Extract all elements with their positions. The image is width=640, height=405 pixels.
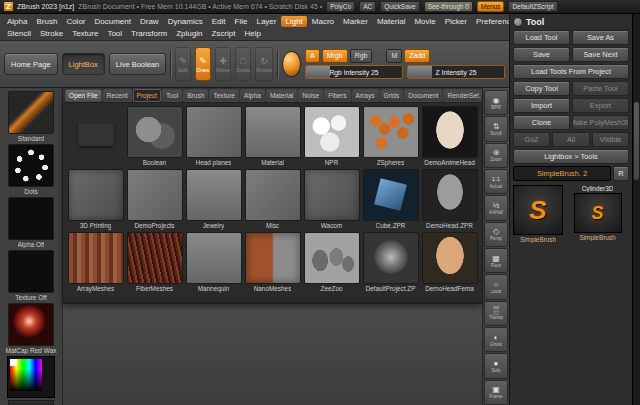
lb-tab-document[interactable]: Document <box>404 89 442 102</box>
scale-mode-button[interactable]: □ Scale <box>235 47 251 81</box>
project-thumbnail[interactable] <box>363 232 419 284</box>
clone-button[interactable]: Clone <box>513 115 570 130</box>
project-thumbnail[interactable] <box>304 232 360 284</box>
menu-stencil[interactable]: Stencil <box>3 28 35 39</box>
color-swatch-area[interactable] <box>7 356 55 398</box>
solo-button[interactable]: Solo <box>484 353 508 378</box>
menu-transform[interactable]: Transform <box>127 28 171 39</box>
rgb-toggle[interactable]: Rgb <box>350 49 373 63</box>
menu-light[interactable]: Light <box>281 16 306 27</box>
m-toggle[interactable]: M <box>386 49 402 63</box>
menu-file[interactable]: File <box>231 16 252 27</box>
lb-tab-tool[interactable]: Tool <box>162 89 182 102</box>
color-picker[interactable] <box>7 356 55 398</box>
z-intensity-slider[interactable]: Z Intensity 25 <box>407 65 505 79</box>
project-thumbnail[interactable] <box>363 106 419 158</box>
menu-marker[interactable]: Marker <box>339 16 372 27</box>
lightbox-item-defaultproject[interactable]: DefaultProject.ZP <box>362 232 419 293</box>
rgb-intensity-slider[interactable]: Rgb Intensity 25 <box>305 65 403 79</box>
lightbox-item-arraymeshes[interactable]: ArrayMeshes <box>67 232 124 293</box>
lightbox-item-misc[interactable]: Misc <box>244 169 301 230</box>
local-button[interactable]: Local <box>484 274 508 299</box>
lightbox-item-3d-printing[interactable]: 3D Printing <box>67 169 124 230</box>
lightbox-item-jewelry[interactable]: Jewelry <box>185 169 242 230</box>
lightbox-item-demoheadfemale[interactable]: DemoHeadFema <box>421 232 478 293</box>
project-thumbnail[interactable] <box>68 232 124 284</box>
restore-button[interactable]: R <box>613 166 629 181</box>
project-thumbnail[interactable] <box>245 232 301 284</box>
menu-tool[interactable]: Tool <box>103 28 126 39</box>
project-thumbnail[interactable] <box>127 169 183 221</box>
goz-visible-button[interactable]: Visible <box>592 132 629 147</box>
project-thumbnail[interactable] <box>127 232 183 284</box>
load-tool-button[interactable]: Load Tool <box>513 30 570 45</box>
lightbox-folder-up[interactable] <box>67 106 124 167</box>
lightbox-item-zeezoo[interactable]: ZeeZoo <box>303 232 360 293</box>
load-tools-from-project-button[interactable]: Load Tools From Project <box>513 64 629 79</box>
lightbox-item-nanomeshes[interactable]: NanoMeshes <box>244 232 301 293</box>
lb-tab-arrays[interactable]: Arrays <box>352 89 379 102</box>
perspective-button[interactable]: Persp <box>484 222 508 247</box>
transparency-button[interactable]: Transp <box>484 301 508 326</box>
menu-material[interactable]: Material <box>373 16 409 27</box>
save-button[interactable]: Save <box>513 47 570 62</box>
folder-icon[interactable] <box>68 106 124 158</box>
lb-tab-material[interactable]: Material <box>266 89 297 102</box>
lightbox-item-boolean[interactable]: Boolean <box>126 106 183 167</box>
mrgb-toggle[interactable]: Mrgb <box>322 49 348 63</box>
goz-all-button[interactable]: All <box>552 132 589 147</box>
menu-movie[interactable]: Movie <box>410 16 439 27</box>
lightbox-item-cube-zpr[interactable]: Cube.ZPR <box>362 169 419 230</box>
gradient-icon[interactable] <box>8 400 54 405</box>
tool-quickpick-slider[interactable]: SimpleBrush. 2 <box>513 166 611 181</box>
lightbox-item-demohead-zpr[interactable]: DemoHead.ZPR <box>421 169 478 230</box>
menu-macro[interactable]: Macro <box>308 16 338 27</box>
live-boolean-button[interactable]: Live Boolean <box>109 53 166 75</box>
project-thumbnail[interactable] <box>68 169 124 221</box>
paste-tool-button[interactable]: Paste Tool <box>572 81 629 96</box>
brush-standard-icon[interactable] <box>8 91 54 134</box>
zoom-button[interactable]: Zoom <box>484 143 508 168</box>
move-mode-button[interactable]: ✚ Move <box>215 47 231 81</box>
menu-alpha[interactable]: Alpha <box>3 16 31 27</box>
material-red-wax-icon[interactable] <box>8 303 54 346</box>
save-next-button[interactable]: Save Next <box>572 47 629 62</box>
edit-mode-button[interactable]: ✎ Edit <box>175 47 191 81</box>
quick-pick-thumbnail[interactable]: S <box>574 193 622 233</box>
lightbox-item-demoanimehead[interactable]: DemoAnimeHead <box>421 106 478 167</box>
project-thumbnail[interactable] <box>304 106 360 158</box>
project-thumbnail[interactable] <box>245 169 301 221</box>
project-thumbnail[interactable] <box>186 106 242 158</box>
default-zscript-button[interactable]: DefaultZScript <box>508 1 557 12</box>
lightbox-item-head-planes[interactable]: Head planes <box>185 106 242 167</box>
project-thumbnail[interactable] <box>304 169 360 221</box>
lb-tab-grids[interactable]: Grids <box>380 89 404 102</box>
menus-button[interactable]: Menus <box>477 1 505 12</box>
menu-draw[interactable]: Draw <box>136 16 163 27</box>
menu-document[interactable]: Document <box>91 16 135 27</box>
draw-mode-button[interactable]: ✎ Draw <box>195 47 211 81</box>
import-button[interactable]: Import <box>513 98 570 113</box>
actual-size-button[interactable]: Actual <box>484 169 508 194</box>
tray-scrollbar-thumb[interactable] <box>634 102 639 180</box>
lb-tab-noise[interactable]: Noise <box>298 89 323 102</box>
floor-button[interactable]: Floor <box>484 248 508 273</box>
lightbox-item-npr[interactable]: NPR <box>303 106 360 167</box>
lb-tab-brush[interactable]: Brush <box>183 89 208 102</box>
menu-zplugin[interactable]: Zplugin <box>172 28 206 39</box>
lightbox-toggle-button[interactable]: LightBox <box>62 53 105 75</box>
make-polymesh3d-button[interactable]: Make PolyMesh3D <box>572 115 629 130</box>
lightbox-item-zspheres[interactable]: ZSpheres <box>362 106 419 167</box>
zadd-toggle[interactable]: Zadd <box>404 49 430 63</box>
brush-selector[interactable]: Standard <box>8 91 54 142</box>
aahalf-button[interactable]: AAHalf <box>484 195 508 220</box>
lightbox-tools-button[interactable]: Lightbox > Tools <box>513 149 629 164</box>
scroll-button[interactable]: Scroll <box>484 116 508 141</box>
material-selector[interactable]: MatCap Red Wax <box>5 303 56 354</box>
lb-tab-alpha[interactable]: Alpha <box>240 89 265 102</box>
texture-off-icon[interactable] <box>8 250 54 293</box>
menu-zscript[interactable]: Zscript <box>207 28 239 39</box>
project-thumbnail[interactable] <box>422 106 478 158</box>
stroke-dots-icon[interactable] <box>8 144 54 187</box>
menu-layer[interactable]: Layer <box>252 16 280 27</box>
